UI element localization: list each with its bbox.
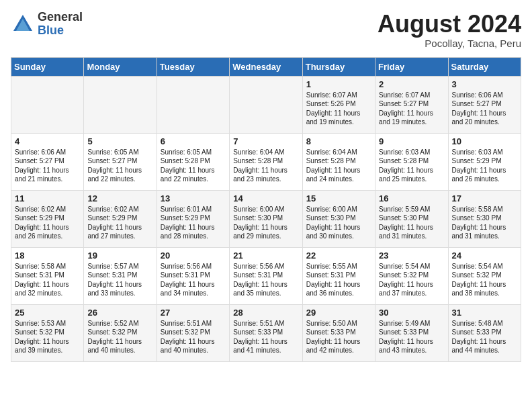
calendar-cell: 29Sunrise: 5:50 AM Sunset: 5:33 PM Dayli… (302, 304, 375, 361)
day-info: Sunrise: 5:58 AM Sunset: 5:31 PM Dayligh… (15, 262, 80, 298)
day-info: Sunrise: 5:54 AM Sunset: 5:32 PM Dayligh… (379, 262, 444, 298)
day-info: Sunrise: 5:56 AM Sunset: 5:31 PM Dayligh… (233, 262, 298, 298)
day-info: Sunrise: 6:03 AM Sunset: 5:29 PM Dayligh… (452, 148, 517, 184)
calendar-cell: 24Sunrise: 5:54 AM Sunset: 5:32 PM Dayli… (448, 247, 521, 304)
weekday-header-wednesday: Wednesday (230, 57, 302, 76)
day-number: 17 (452, 193, 517, 203)
day-number: 25 (15, 308, 80, 318)
month-year: August 2024 (378, 11, 521, 38)
logo-icon (11, 12, 35, 36)
day-number: 6 (161, 136, 226, 146)
day-number: 2 (379, 79, 444, 89)
day-info: Sunrise: 6:07 AM Sunset: 5:27 PM Dayligh… (379, 91, 444, 127)
day-info: Sunrise: 6:05 AM Sunset: 5:27 PM Dayligh… (87, 148, 152, 184)
weekday-header-tuesday: Tuesday (157, 57, 229, 76)
calendar-cell (11, 76, 84, 133)
calendar-cell: 27Sunrise: 5:51 AM Sunset: 5:32 PM Dayli… (157, 304, 229, 361)
weekday-header-saturday: Saturday (448, 57, 521, 76)
day-info: Sunrise: 5:56 AM Sunset: 5:31 PM Dayligh… (161, 262, 226, 298)
day-info: Sunrise: 5:52 AM Sunset: 5:32 PM Dayligh… (87, 319, 152, 355)
calendar-cell: 22Sunrise: 5:55 AM Sunset: 5:31 PM Dayli… (302, 247, 375, 304)
calendar-cell: 16Sunrise: 5:59 AM Sunset: 5:30 PM Dayli… (375, 190, 448, 247)
calendar-cell: 23Sunrise: 5:54 AM Sunset: 5:32 PM Dayli… (375, 247, 448, 304)
logo: General Blue (11, 11, 83, 38)
day-info: Sunrise: 5:54 AM Sunset: 5:32 PM Dayligh… (452, 262, 517, 298)
day-number: 3 (452, 79, 517, 89)
weekday-header-friday: Friday (375, 57, 448, 76)
day-number: 29 (306, 308, 371, 318)
calendar-week-row: 25Sunrise: 5:53 AM Sunset: 5:32 PM Dayli… (11, 304, 521, 361)
calendar-cell: 20Sunrise: 5:56 AM Sunset: 5:31 PM Dayli… (157, 247, 229, 304)
calendar-cell: 15Sunrise: 6:00 AM Sunset: 5:30 PM Dayli… (302, 190, 375, 247)
logo-general-label: General (38, 11, 83, 24)
calendar-cell: 8Sunrise: 6:04 AM Sunset: 5:28 PM Daylig… (302, 133, 375, 190)
calendar-cell (84, 76, 157, 133)
day-info: Sunrise: 5:51 AM Sunset: 5:33 PM Dayligh… (233, 319, 298, 355)
day-info: Sunrise: 6:05 AM Sunset: 5:28 PM Dayligh… (161, 148, 226, 184)
day-number: 21 (233, 250, 298, 261)
day-info: Sunrise: 6:02 AM Sunset: 5:29 PM Dayligh… (87, 205, 152, 241)
day-number: 9 (379, 136, 444, 146)
day-info: Sunrise: 5:49 AM Sunset: 5:33 PM Dayligh… (379, 319, 444, 355)
calendar-cell: 26Sunrise: 5:52 AM Sunset: 5:32 PM Dayli… (84, 304, 157, 361)
logo-blue-label: Blue (38, 24, 83, 38)
day-number: 12 (87, 193, 152, 203)
day-number: 10 (452, 136, 517, 146)
day-info: Sunrise: 5:57 AM Sunset: 5:31 PM Dayligh… (87, 262, 152, 298)
day-number: 30 (379, 308, 444, 318)
day-number: 5 (87, 136, 152, 146)
logo-text: General Blue (38, 11, 83, 38)
day-number: 11 (15, 193, 80, 203)
day-number: 18 (15, 250, 80, 261)
day-info: Sunrise: 5:48 AM Sunset: 5:33 PM Dayligh… (452, 319, 517, 355)
calendar-table: SundayMondayTuesdayWednesdayThursdayFrid… (11, 57, 521, 362)
weekday-header-monday: Monday (84, 57, 157, 76)
day-number: 26 (87, 308, 152, 318)
day-info: Sunrise: 5:55 AM Sunset: 5:31 PM Dayligh… (306, 262, 371, 298)
calendar-cell: 9Sunrise: 6:03 AM Sunset: 5:28 PM Daylig… (375, 133, 448, 190)
calendar-cell: 31Sunrise: 5:48 AM Sunset: 5:33 PM Dayli… (448, 304, 521, 361)
calendar-cell: 5Sunrise: 6:05 AM Sunset: 5:27 PM Daylig… (84, 133, 157, 190)
day-number: 23 (379, 250, 444, 261)
calendar-week-row: 11Sunrise: 6:02 AM Sunset: 5:29 PM Dayli… (11, 190, 521, 247)
day-number: 20 (161, 250, 226, 261)
calendar-cell: 17Sunrise: 5:58 AM Sunset: 5:30 PM Dayli… (448, 190, 521, 247)
day-number: 27 (161, 308, 226, 318)
day-info: Sunrise: 5:51 AM Sunset: 5:32 PM Dayligh… (161, 319, 226, 355)
weekday-header-sunday: Sunday (11, 57, 84, 76)
day-number: 8 (306, 136, 371, 146)
day-info: Sunrise: 6:01 AM Sunset: 5:29 PM Dayligh… (161, 205, 226, 241)
day-number: 13 (161, 193, 226, 203)
day-number: 15 (306, 193, 371, 203)
day-info: Sunrise: 6:02 AM Sunset: 5:29 PM Dayligh… (15, 205, 80, 241)
calendar-cell: 30Sunrise: 5:49 AM Sunset: 5:33 PM Dayli… (375, 304, 448, 361)
calendar-cell: 14Sunrise: 6:00 AM Sunset: 5:30 PM Dayli… (230, 190, 302, 247)
calendar-cell: 21Sunrise: 5:56 AM Sunset: 5:31 PM Dayli… (230, 247, 302, 304)
day-info: Sunrise: 5:53 AM Sunset: 5:32 PM Dayligh… (15, 319, 80, 355)
calendar-week-row: 4Sunrise: 6:06 AM Sunset: 5:27 PM Daylig… (11, 133, 521, 190)
day-info: Sunrise: 5:50 AM Sunset: 5:33 PM Dayligh… (306, 319, 371, 355)
day-info: Sunrise: 6:06 AM Sunset: 5:27 PM Dayligh… (15, 148, 80, 184)
day-number: 7 (233, 136, 298, 146)
calendar-cell: 2Sunrise: 6:07 AM Sunset: 5:27 PM Daylig… (375, 76, 448, 133)
calendar-cell: 28Sunrise: 5:51 AM Sunset: 5:33 PM Dayli… (230, 304, 302, 361)
day-info: Sunrise: 5:59 AM Sunset: 5:30 PM Dayligh… (379, 205, 444, 241)
calendar-cell: 3Sunrise: 6:06 AM Sunset: 5:27 PM Daylig… (448, 76, 521, 133)
calendar-cell: 11Sunrise: 6:02 AM Sunset: 5:29 PM Dayli… (11, 190, 84, 247)
day-number: 16 (379, 193, 444, 203)
calendar-cell: 7Sunrise: 6:04 AM Sunset: 5:28 PM Daylig… (230, 133, 302, 190)
day-number: 19 (87, 250, 152, 261)
day-number: 24 (452, 250, 517, 261)
calendar-cell: 13Sunrise: 6:01 AM Sunset: 5:29 PM Dayli… (157, 190, 229, 247)
day-number: 31 (452, 308, 517, 318)
calendar-week-row: 18Sunrise: 5:58 AM Sunset: 5:31 PM Dayli… (11, 247, 521, 304)
day-info: Sunrise: 5:58 AM Sunset: 5:30 PM Dayligh… (452, 205, 517, 241)
calendar-cell: 4Sunrise: 6:06 AM Sunset: 5:27 PM Daylig… (11, 133, 84, 190)
calendar-cell: 10Sunrise: 6:03 AM Sunset: 5:29 PM Dayli… (448, 133, 521, 190)
calendar-cell (157, 76, 229, 133)
day-number: 22 (306, 250, 371, 261)
day-number: 4 (15, 136, 80, 146)
title-area: August 2024 Pocollay, Tacna, Peru (378, 11, 521, 49)
calendar-cell (230, 76, 302, 133)
day-info: Sunrise: 6:07 AM Sunset: 5:26 PM Dayligh… (306, 91, 371, 127)
